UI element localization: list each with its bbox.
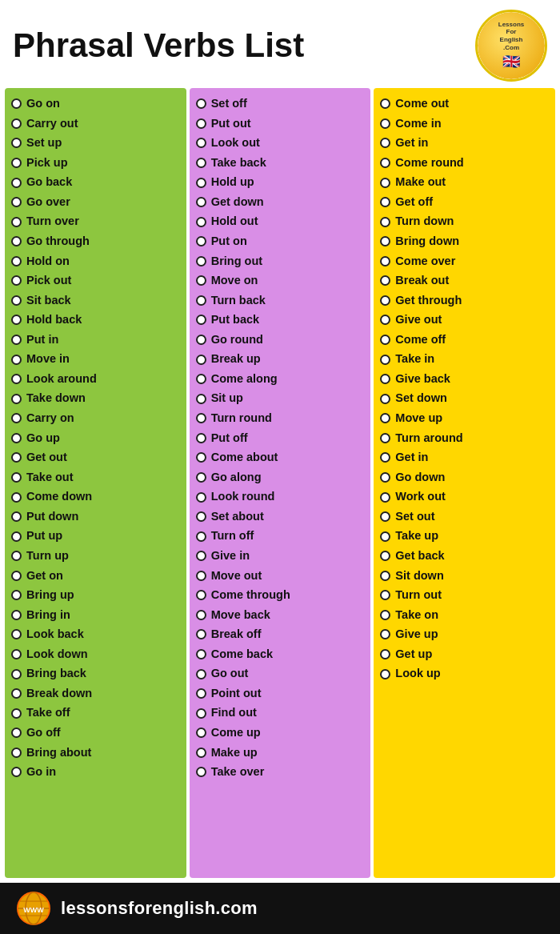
verb-label: Come through	[211, 587, 290, 603]
column-yellow: Come outCome inGet inCome roundMake outG…	[374, 88, 555, 878]
verb-label: Break up	[211, 351, 261, 367]
list-item: Make up	[196, 745, 365, 761]
bullet-icon	[11, 669, 22, 679]
column-pink: Set offPut outLook outTake backHold upGe…	[190, 88, 371, 878]
bullet-icon	[380, 275, 390, 286]
bullet-icon	[196, 590, 206, 600]
bullet-icon	[11, 649, 22, 659]
bullet-icon	[11, 178, 22, 188]
verb-label: Look back	[26, 627, 84, 643]
verb-label: Make up	[211, 745, 258, 761]
bullet-icon	[11, 138, 22, 148]
bullet-icon	[196, 98, 206, 109]
bullet-icon	[11, 551, 22, 561]
bullet-icon	[11, 748, 22, 758]
bullet-icon	[380, 295, 390, 306]
list-item: Get out	[11, 450, 180, 466]
verb-label: Come along	[211, 371, 278, 387]
verb-label: Turn off	[211, 528, 254, 544]
verb-label: Give in	[211, 548, 250, 564]
bullet-icon	[196, 178, 206, 188]
logo: LessonsForEnglish.Com 🇬🇧	[475, 10, 547, 82]
bullet-icon	[196, 256, 206, 267]
list-item: Pick up	[11, 155, 180, 171]
verb-label: Turn over	[26, 214, 79, 230]
verb-label: Turn around	[395, 431, 462, 447]
bullet-icon	[11, 335, 22, 345]
list-item: Come through	[196, 587, 365, 603]
verb-label: Set off	[211, 96, 247, 112]
list-item: Give back	[380, 371, 549, 387]
bullet-icon	[196, 374, 206, 384]
list-item: Take back	[196, 155, 365, 171]
list-item: Come round	[380, 155, 549, 171]
bullet-icon	[380, 472, 390, 483]
bullet-icon	[11, 413, 22, 423]
verb-label: Pick up	[26, 155, 68, 171]
list-item: Move out	[196, 568, 365, 584]
verb-label: Go along	[211, 470, 262, 486]
list-item: Hold back	[11, 312, 180, 328]
list-item: Get down	[196, 194, 365, 210]
bullet-icon	[11, 590, 22, 600]
verb-label: Carry out	[26, 116, 78, 132]
verb-label: Go out	[211, 666, 249, 682]
bullet-icon	[380, 98, 390, 109]
bullet-icon	[380, 158, 390, 168]
verb-label: Break out	[395, 273, 449, 289]
list-item: Move back	[196, 607, 365, 623]
list-item: Take on	[380, 607, 549, 623]
list-item: Look down	[11, 647, 180, 663]
list-item: Set down	[380, 391, 549, 407]
verb-label: Get on	[26, 568, 63, 584]
list-item: Work out	[380, 489, 549, 505]
footer: WWW lessonsforenglish.com	[0, 883, 560, 934]
verb-label: Move on	[211, 273, 258, 289]
list-item: Take down	[11, 391, 180, 407]
verb-label: Come in	[395, 116, 441, 132]
verb-label: Set up	[26, 135, 62, 151]
list-item: Hold up	[196, 174, 365, 190]
bullet-icon	[196, 610, 206, 620]
list-item: Set out	[380, 509, 549, 525]
verb-label: Get through	[395, 293, 462, 309]
columns-area: Go onCarry outSet upPick upGo backGo ove…	[0, 88, 560, 883]
bullet-icon	[11, 256, 22, 267]
verb-label: Come over	[395, 254, 455, 270]
verb-label: Take up	[395, 528, 438, 544]
bullet-icon	[11, 767, 22, 777]
list-item: Hold on	[11, 254, 180, 270]
list-item: Sit up	[196, 391, 365, 407]
list-item: Go over	[11, 194, 180, 210]
bullet-icon	[11, 452, 22, 463]
list-item: Break off	[196, 627, 365, 643]
bullet-icon	[11, 236, 22, 247]
list-item: Go on	[11, 96, 180, 112]
list-item: Bring back	[11, 666, 180, 682]
bullet-icon	[380, 590, 390, 600]
verb-label: Go back	[26, 174, 72, 190]
bullet-icon	[11, 610, 22, 620]
verb-label: Go through	[26, 234, 90, 250]
list-item: Take up	[380, 528, 549, 544]
list-item: Look round	[196, 489, 365, 505]
verb-label: Move up	[395, 411, 442, 427]
list-item: Turn round	[196, 411, 365, 427]
list-item: Take off	[11, 705, 180, 721]
bullet-icon	[380, 492, 390, 503]
verb-label: Take in	[395, 351, 434, 367]
verb-label: Put down	[26, 509, 78, 525]
list-item: Go in	[11, 764, 180, 780]
list-item: Get through	[380, 293, 549, 309]
verb-label: Put out	[211, 116, 251, 132]
list-item: Look up	[380, 666, 549, 682]
verb-label: Bring in	[26, 607, 70, 623]
verb-label: Get off	[395, 194, 433, 210]
list-item: Turn over	[11, 214, 180, 230]
bullet-icon	[380, 433, 390, 443]
verb-label: Take over	[211, 764, 265, 780]
list-item: Bring up	[11, 587, 180, 603]
bullet-icon	[196, 355, 206, 365]
bullet-icon	[196, 728, 206, 738]
bullet-icon	[196, 629, 206, 639]
